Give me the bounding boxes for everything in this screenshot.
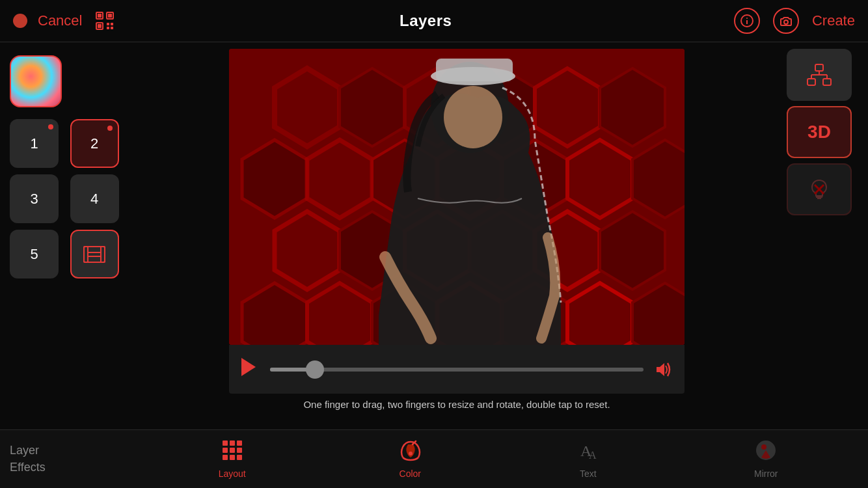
video-controls — [229, 345, 685, 394]
toolbar-items: Layout Color A A Te — [130, 439, 868, 479]
camera-button[interactable] — [773, 8, 799, 34]
diagram-button[interactable] — [787, 49, 852, 101]
header-left: Cancel — [13, 8, 117, 33]
3d-button[interactable]: 3D — [787, 106, 852, 158]
hint-text: One finger to drag, two fingers to resiz… — [229, 394, 685, 415]
person-layer — [229, 49, 685, 345]
color-picker-button[interactable] — [10, 55, 62, 107]
svg-rect-67 — [230, 448, 235, 453]
layer-2-button[interactable]: 2 — [70, 119, 119, 168]
svg-rect-68 — [237, 448, 242, 453]
layer-5-button[interactable]: 5 — [10, 230, 59, 278]
play-button[interactable] — [239, 358, 262, 381]
text-icon: A A — [577, 439, 599, 465]
svg-point-72 — [409, 452, 413, 455]
svg-rect-64 — [230, 441, 235, 446]
header-right: Create — [734, 8, 855, 34]
svg-rect-3 — [108, 14, 112, 18]
svg-rect-14 — [84, 247, 105, 262]
info-button[interactable] — [734, 8, 760, 34]
progress-thumb[interactable] — [306, 360, 324, 379]
svg-point-12 — [746, 18, 748, 19]
svg-rect-6 — [107, 23, 109, 25]
layer-effects-label: LayerEffects — [10, 442, 120, 475]
layer-3-button[interactable]: 3 — [10, 174, 59, 223]
svg-rect-54 — [823, 79, 831, 85]
svg-point-77 — [761, 444, 766, 450]
color-icon — [399, 439, 421, 465]
svg-rect-8 — [107, 27, 109, 29]
header: Cancel Layers — [0, 0, 868, 42]
svg-rect-5 — [98, 24, 102, 28]
volume-button[interactable] — [651, 358, 675, 381]
toolbar-color-item[interactable]: Color — [384, 439, 436, 479]
mirror-icon — [755, 439, 777, 465]
layer-1-button[interactable]: 1 — [10, 119, 59, 168]
layout-icon — [221, 439, 243, 465]
svg-rect-50 — [436, 59, 513, 81]
layer-2-dot — [107, 126, 113, 131]
lightbulb-button[interactable] — [787, 163, 852, 215]
create-button[interactable]: Create — [812, 12, 855, 29]
canvas-area: One finger to drag, two fingers to resiz… — [130, 42, 783, 429]
progress-bar[interactable] — [270, 368, 644, 372]
svg-rect-69 — [223, 455, 228, 460]
3d-label: 3D — [807, 123, 831, 141]
svg-rect-1 — [98, 14, 102, 18]
svg-text:A: A — [589, 450, 597, 461]
svg-rect-53 — [807, 79, 815, 85]
layer-4-button[interactable]: 4 — [70, 174, 119, 223]
svg-rect-63 — [223, 441, 228, 446]
color-label: Color — [400, 468, 421, 479]
svg-rect-66 — [223, 448, 228, 453]
text-label: Text — [580, 468, 597, 479]
svg-rect-71 — [237, 455, 242, 460]
svg-rect-52 — [815, 64, 823, 71]
bottom-toolbar: LayerEffects Layout — [0, 429, 868, 488]
right-panel: 3D — [783, 42, 868, 429]
page-title: Layers — [400, 12, 452, 30]
cancel-button[interactable]: Cancel — [38, 12, 82, 29]
toolbar-text-item[interactable]: A A Text — [562, 439, 614, 479]
play-icon — [241, 358, 256, 376]
canvas-container[interactable] — [229, 49, 685, 345]
svg-rect-70 — [230, 455, 235, 460]
svg-point-51 — [444, 86, 502, 148]
main-content: 1 2 3 4 5 — [0, 42, 868, 429]
mirror-label: Mirror — [754, 468, 778, 479]
close-dot-icon[interactable] — [13, 14, 27, 28]
svg-point-13 — [784, 20, 788, 24]
layer-1-dot — [48, 124, 53, 129]
svg-rect-9 — [111, 27, 113, 29]
toolbar-mirror-item[interactable]: Mirror — [740, 439, 792, 479]
layout-label: Layout — [219, 468, 246, 479]
film-strip-button[interactable] — [70, 230, 119, 278]
svg-rect-7 — [111, 23, 113, 25]
qr-code-icon[interactable] — [92, 8, 117, 33]
toolbar-layer-effects: LayerEffects — [0, 442, 130, 475]
toolbar-layout-item[interactable]: Layout — [206, 439, 258, 479]
svg-rect-65 — [237, 441, 242, 446]
layers-sidebar: 1 2 3 4 5 — [0, 42, 130, 429]
layer-grid: 1 2 3 4 5 — [10, 119, 124, 278]
